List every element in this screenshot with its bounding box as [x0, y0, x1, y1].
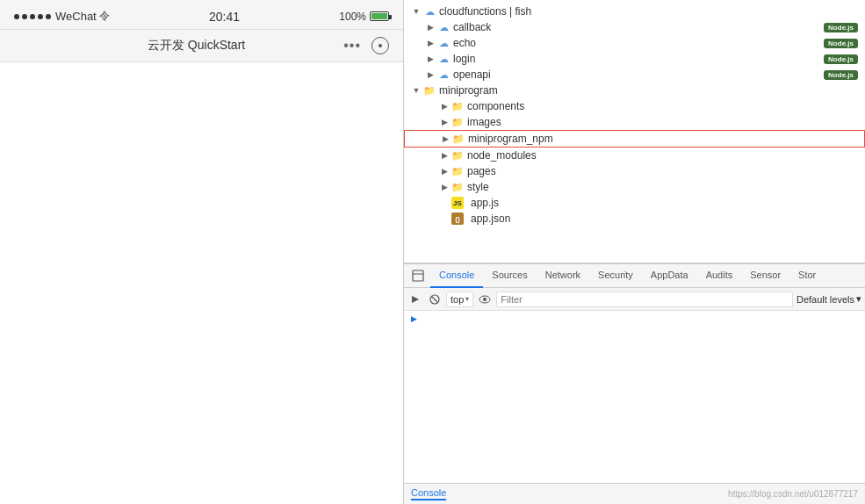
folder-icon-pages: 📁 [451, 165, 464, 177]
tree-item-login[interactable]: ☁ login Node.js [404, 51, 865, 67]
watermark: https://blog.csdn.net/u012877217 [728, 489, 858, 499]
cloud-folder-icon-callback: ☁ [437, 21, 450, 33]
devtools-inspect-button[interactable] [407, 265, 429, 286]
phone-time: 20:41 [209, 10, 240, 24]
tab-network[interactable]: Network [537, 263, 589, 288]
badge-echo: Node.js [824, 39, 858, 48]
tree-label-miniprogram-npm: miniprogram_npm [468, 133, 553, 145]
phone-panel: WeChat 令 20:41 100% 云开发 QuickStart ••• [0, 0, 404, 504]
console-toolbar: top ▾ Default levels ▾ [404, 288, 865, 311]
console-prompt[interactable] [411, 314, 858, 323]
tree-arrow-style [439, 182, 450, 192]
tree-label-node-modules: node_modules [467, 149, 537, 162]
tree-item-callback[interactable]: ☁ callback Node.js [404, 19, 865, 35]
battery-bar [370, 11, 389, 21]
battery-percent: 100% [339, 11, 366, 23]
tree-arrow-node-modules [439, 150, 450, 161]
folder-icon-node-modules: 📁 [451, 149, 464, 162]
tree-label-images: images [467, 116, 501, 128]
file-tree[interactable]: ☁ cloudfunctions | fish ☁ callback Node.… [404, 0, 865, 263]
tree-label-callback: callback [453, 21, 491, 33]
bottom-console-tab[interactable]: Console [411, 487, 446, 500]
console-content[interactable] [404, 311, 865, 483]
cloud-folder-icon: ☁ [423, 5, 436, 18]
folder-icon-images: 📁 [451, 116, 464, 128]
eye-button[interactable] [477, 292, 493, 307]
tab-console[interactable]: Console [430, 263, 483, 288]
nav-more-dots[interactable]: ••• [343, 38, 361, 54]
levels-label: Default levels [797, 294, 854, 305]
tree-root-arrow [411, 6, 422, 17]
tree-item-node-modules[interactable]: 📁 node_modules [404, 148, 865, 163]
folder-icon-components: 📁 [451, 100, 464, 112]
tree-item-style[interactable]: 📁 style [404, 179, 865, 195]
nav-camera-button[interactable] [371, 37, 389, 54]
filter-input[interactable] [496, 292, 793, 307]
tree-label-style: style [467, 181, 489, 193]
tree-item-appjs[interactable]: JS app.js [404, 195, 865, 211]
tree-label-login: login [453, 53, 475, 65]
tree-item-appjson[interactable]: {} app.json [404, 211, 865, 227]
tree-arrow-miniprogram-npm [440, 133, 451, 144]
default-levels-selector[interactable]: Default levels ▾ [797, 293, 861, 305]
cloud-folder-icon-openapi: ☁ [437, 68, 450, 81]
tree-label-pages: pages [467, 165, 496, 177]
tab-appdata[interactable]: AppData [642, 263, 697, 288]
nav-title: 云开发 QuickStart [148, 38, 245, 54]
context-selector[interactable]: top ▾ [446, 292, 473, 307]
tree-label-openapi: openapi [453, 68, 491, 81]
badge-login: Node.js [824, 54, 858, 64]
tree-label-components: components [467, 100, 524, 112]
tree-label-miniprogram: miniprogram [439, 84, 498, 97]
bottom-bar: Console https://blog.csdn.net/u012877217 [404, 483, 865, 504]
nav-icons: ••• [343, 37, 389, 54]
stop-button[interactable] [427, 292, 443, 307]
tree-item-components[interactable]: 📁 components [404, 98, 865, 114]
tab-sources[interactable]: Sources [483, 263, 536, 288]
devtools-tabs-bar: Console Sources Network Security AppData… [404, 263, 865, 288]
tab-security[interactable]: Security [589, 263, 642, 288]
tree-arrow-images [439, 117, 450, 127]
tree-arrow-components [439, 101, 450, 112]
svg-marker-2 [412, 296, 419, 303]
levels-arrow-icon: ▾ [856, 293, 861, 305]
tree-label-appjs: app.js [471, 197, 499, 209]
tree-root-label: cloudfunctions | fish [439, 5, 531, 18]
tree-item-images[interactable]: 📁 images [404, 114, 865, 130]
tree-arrow-openapi [425, 69, 436, 80]
tree-item-miniprogram-npm[interactable]: 📁 miniprogram_npm [404, 130, 865, 148]
js-icon-appjs: JS [451, 197, 464, 209]
tab-sensor[interactable]: Sensor [741, 263, 789, 288]
cloud-folder-icon-login: ☁ [437, 53, 450, 65]
tree-arrow-login [425, 54, 436, 64]
phone-nav-bar: 云开发 QuickStart ••• [0, 30, 403, 62]
tree-root[interactable]: ☁ cloudfunctions | fish [404, 4, 865, 19]
phone-content [0, 62, 403, 504]
tree-label-echo: echo [453, 37, 476, 49]
context-label: top [451, 294, 464, 305]
phone-battery: 100% [339, 11, 389, 23]
tree-item-pages[interactable]: 📁 pages [404, 163, 865, 179]
tree-arrow-pages [439, 166, 450, 176]
tree-arrow-callback [425, 22, 436, 32]
svg-line-4 [432, 297, 437, 302]
tree-item-echo[interactable]: ☁ echo Node.js [404, 35, 865, 51]
tab-audits[interactable]: Audits [697, 263, 742, 288]
dropdown-arrow-icon: ▾ [465, 295, 469, 303]
battery-fill [371, 13, 387, 19]
tree-item-miniprogram[interactable]: 📁 miniprogram [404, 83, 865, 98]
badge-callback: Node.js [824, 23, 858, 32]
folder-icon-miniprogram: 📁 [423, 84, 436, 97]
wechat-label: WeChat [55, 10, 97, 23]
phone-signal-dots [14, 14, 51, 19]
svg-rect-0 [413, 270, 423, 281]
run-button[interactable] [407, 292, 423, 307]
tree-arrow-echo [425, 38, 436, 48]
folder-icon-miniprogram-npm: 📁 [452, 133, 465, 145]
tab-storage[interactable]: Stor [789, 263, 825, 288]
cloud-folder-icon-echo: ☁ [437, 37, 450, 49]
badge-openapi: Node.js [824, 70, 858, 80]
folder-icon-style: 📁 [451, 181, 464, 193]
svg-point-6 [483, 298, 487, 301]
tree-item-openapi[interactable]: ☁ openapi Node.js [404, 67, 865, 83]
